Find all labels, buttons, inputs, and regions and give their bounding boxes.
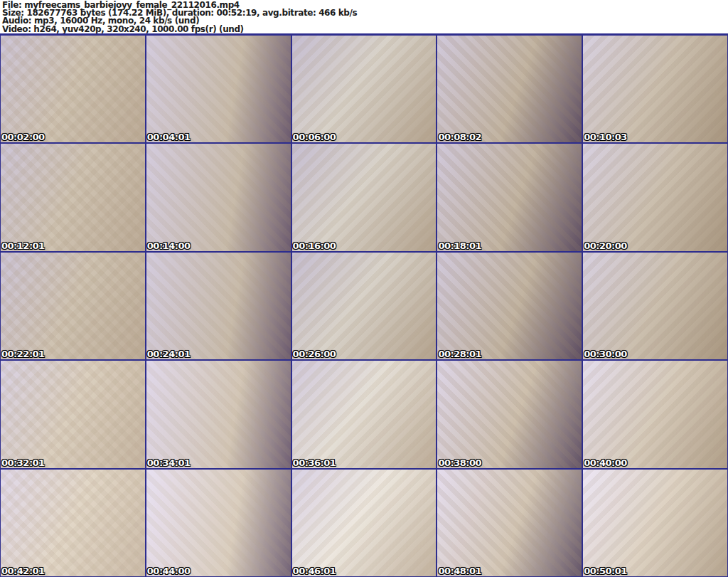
media-info-header: File: myfreecams_barbiejoyy_female_22112…: [0, 0, 728, 33]
timestamp-label: 00:34:01: [147, 457, 191, 468]
thumbnail-placeholder-image: [437, 253, 582, 359]
timestamp-label: 00:10:03: [584, 132, 627, 142]
video-thumbnail-cell: 00:34:01: [146, 360, 291, 468]
thumbnail-placeholder-image: [146, 144, 291, 250]
video-thumbnail-cell: 00:02:00: [0, 35, 146, 143]
video-thumbnail-cell: 00:08:02: [437, 35, 582, 143]
video-thumbnail-cell: 00:46:01: [291, 469, 437, 577]
thumbnail-placeholder-image: [146, 253, 291, 359]
thumbnail-placeholder-image: [1, 470, 145, 576]
video-thumbnail-cell: 00:28:01: [437, 252, 582, 360]
video-thumbnail-cell: 00:50:01: [582, 469, 728, 577]
timestamp-label: 00:28:01: [438, 349, 481, 359]
thumbnail-placeholder-image: [583, 144, 727, 250]
video-thumbnail-cell: 00:44:00: [146, 469, 291, 577]
video-thumbnail-cell: 00:24:01: [146, 252, 291, 360]
video-info-line: Video: h264, yuv420p, 320x240, 1000.00 f…: [2, 26, 726, 33]
video-thumbnail-cell: 00:16:00: [291, 143, 437, 251]
thumbnail-placeholder-image: [1, 361, 145, 467]
thumbnail-placeholder-image: [146, 36, 291, 142]
timestamp-label: 00:44:00: [147, 566, 191, 576]
timestamp-label: 00:04:01: [147, 132, 191, 142]
timestamp-label: 00:24:01: [147, 349, 191, 359]
thumbnail-placeholder-image: [292, 470, 437, 576]
thumbnail-placeholder-image: [1, 36, 145, 142]
timestamp-label: 00:42:01: [1, 566, 45, 576]
timestamp-label: 00:02:00: [1, 132, 45, 142]
timestamp-label: 00:20:00: [584, 240, 627, 251]
video-thumbnail-cell: 00:20:00: [582, 143, 728, 251]
thumbnail-placeholder-image: [583, 361, 727, 467]
video-contact-sheet: File: myfreecams_barbiejoyy_female_22112…: [0, 0, 728, 577]
thumbnail-placeholder-image: [437, 361, 582, 467]
timestamp-label: 00:48:01: [438, 566, 481, 576]
video-thumbnail-cell: 00:06:00: [291, 35, 437, 143]
timestamp-label: 00:26:00: [293, 349, 336, 359]
thumbnail-placeholder-image: [146, 470, 291, 576]
timestamp-label: 00:32:01: [1, 457, 45, 468]
timestamp-label: 00:40:00: [584, 457, 627, 468]
thumbnail-placeholder-image: [437, 36, 582, 142]
thumbnail-placeholder-image: [292, 36, 437, 142]
video-thumbnail-cell: 00:26:00: [291, 252, 437, 360]
video-thumbnail-cell: 00:32:01: [0, 360, 146, 468]
video-thumbnail-cell: 00:22:01: [0, 252, 146, 360]
video-thumbnail-cell: 00:18:01: [437, 143, 582, 251]
timestamp-label: 00:38:00: [438, 457, 481, 468]
video-thumbnail-cell: 00:40:00: [582, 360, 728, 468]
video-thumbnail-cell: 00:14:00: [146, 143, 291, 251]
video-thumbnail-cell: 00:48:01: [437, 469, 582, 577]
timestamp-label: 00:14:00: [147, 240, 191, 251]
thumbnail-placeholder-image: [583, 470, 727, 576]
timestamp-label: 00:12:01: [1, 240, 45, 251]
thumbnail-placeholder-image: [292, 361, 437, 467]
thumbnail-placeholder-image: [1, 144, 145, 250]
thumbnail-placeholder-image: [437, 470, 582, 576]
thumbnail-placeholder-image: [583, 36, 727, 142]
thumbnail-placeholder-image: [1, 253, 145, 359]
timestamp-label: 00:22:01: [1, 349, 45, 359]
video-thumbnail-cell: 00:04:01: [146, 35, 291, 143]
timestamp-label: 00:50:01: [584, 566, 627, 576]
video-thumbnail-cell: 00:30:00: [582, 252, 728, 360]
video-thumbnail-cell: 00:10:03: [582, 35, 728, 143]
video-thumbnail-cell: 00:38:00: [437, 360, 582, 468]
timestamp-label: 00:16:00: [293, 240, 336, 251]
timestamp-label: 00:06:00: [293, 132, 336, 142]
thumbnail-placeholder-image: [146, 361, 291, 467]
thumbnail-placeholder-image: [437, 144, 582, 250]
thumbnail-placeholder-image: [292, 144, 437, 250]
timestamp-label: 00:36:01: [293, 457, 336, 468]
timestamp-label: 00:30:00: [584, 349, 627, 359]
thumbnail-grid: 00:02:00 00:04:01 00:06:00 00:08:02 00:1…: [0, 33, 728, 577]
timestamp-label: 00:46:01: [293, 566, 336, 576]
video-thumbnail-cell: 00:42:01: [0, 469, 146, 577]
video-thumbnail-cell: 00:12:01: [0, 143, 146, 251]
thumbnail-placeholder-image: [583, 253, 727, 359]
video-thumbnail-cell: 00:36:01: [291, 360, 437, 468]
thumbnail-placeholder-image: [292, 253, 437, 359]
timestamp-label: 00:18:01: [438, 240, 481, 251]
timestamp-label: 00:08:02: [438, 132, 481, 142]
